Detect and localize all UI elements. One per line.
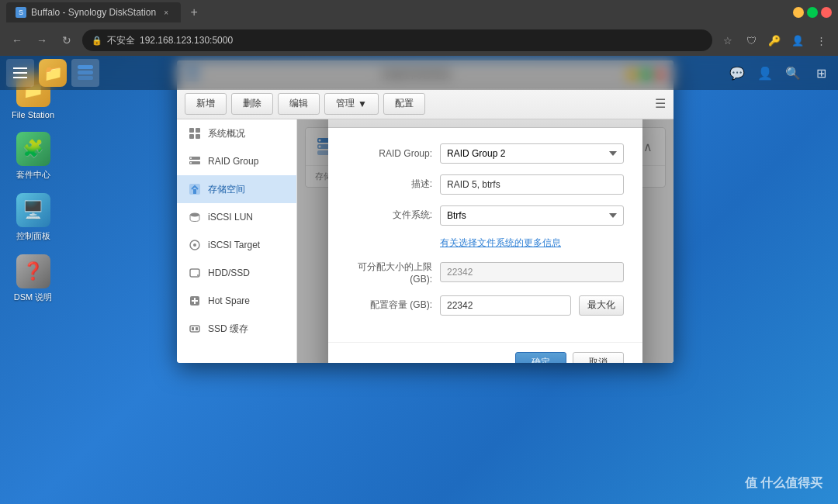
control-panel-icon: 🖥️ bbox=[16, 193, 50, 227]
grid-icon[interactable]: ⊞ bbox=[810, 62, 832, 84]
max-alloc-row: 可分配大小的上限 (GB): bbox=[347, 261, 624, 285]
svg-point-19 bbox=[190, 213, 199, 217]
raid-group-control: RAID Group 2 bbox=[440, 143, 624, 164]
filesystem-row: 文件系统: Btrfs ext4 bbox=[347, 205, 624, 226]
filesystem-info-link[interactable]: 有关选择文件系统的更多信息 bbox=[440, 236, 624, 250]
filesystem-control: Btrfs ext4 bbox=[440, 205, 624, 226]
user-icon[interactable]: 👤 bbox=[754, 62, 776, 84]
description-label: 描述: bbox=[347, 178, 432, 191]
browser-tab[interactable]: S Buffalo - Synology DiskStation × bbox=[6, 2, 181, 22]
delete-btn[interactable]: 删除 bbox=[231, 93, 273, 115]
new-btn[interactable]: 新增 bbox=[185, 93, 227, 115]
sidebar-storage-label: 存储空间 bbox=[208, 183, 245, 196]
sidebar-item-overview[interactable]: 系统概况 bbox=[177, 119, 296, 147]
dsm-main: 存储空间 1 · 正常 RAID 5, btrfs 13.60 TB / 13.… bbox=[297, 119, 674, 363]
alloc-label: 配置容量 (GB): bbox=[347, 299, 432, 312]
edit-btn[interactable]: 编辑 bbox=[278, 93, 320, 115]
taskbar-storage-manager[interactable] bbox=[71, 59, 99, 87]
modal-footer: 确定 取消 bbox=[328, 342, 642, 364]
sidebar-ssd-cache-label: SSD 缓存 bbox=[208, 323, 248, 336]
sidebar-item-hot-spare[interactable]: Hot Spare bbox=[177, 287, 296, 315]
cancel-btn[interactable]: 取消 bbox=[573, 352, 624, 364]
list-view-icon[interactable]: ☰ bbox=[655, 96, 666, 111]
svg-rect-2 bbox=[13, 77, 27, 78]
bookmark-icon[interactable]: ☆ bbox=[719, 31, 737, 50]
browser-chrome: S Buffalo - Synology DiskStation × + ← →… bbox=[0, 0, 838, 56]
svg-rect-27 bbox=[196, 327, 198, 330]
filesystem-select[interactable]: Btrfs ext4 bbox=[440, 205, 624, 226]
dsm-toolbar: 新增 删除 编辑 管理 ▼ 配置 ☰ bbox=[177, 88, 674, 119]
maximize-btn[interactable] bbox=[807, 7, 818, 18]
search-icon[interactable]: 🔍 bbox=[782, 62, 804, 84]
chat-icon[interactable]: 💬 bbox=[726, 62, 748, 84]
suite-center-label: 套件中心 bbox=[16, 169, 50, 181]
control-panel-label: 控制面板 bbox=[16, 230, 50, 242]
address-url: 192.168.123.130:5000 bbox=[140, 35, 233, 46]
hot-spare-icon bbox=[188, 294, 202, 308]
tab-close-btn[interactable]: × bbox=[161, 7, 171, 18]
tab-favicon: S bbox=[16, 7, 26, 18]
description-input[interactable] bbox=[440, 174, 624, 195]
window-controls bbox=[793, 7, 832, 18]
sidebar-hot-spare-label: Hot Spare bbox=[208, 295, 250, 306]
description-row: 描述: bbox=[347, 174, 624, 195]
manage-btn[interactable]: 管理 ▼ bbox=[324, 93, 379, 115]
dsm-content: 系统概况 RAID Group 存储空间 bbox=[177, 119, 674, 363]
raid-group-select[interactable]: RAID Group 2 bbox=[440, 143, 624, 164]
dsm-taskbar: 📁 💬 👤 🔍 ⊞ bbox=[0, 56, 838, 90]
desktop-icons: 📁 File Station 🧩 套件中心 🖥️ 控制面板 ❓ DSM 说明 bbox=[0, 60, 66, 316]
sidebar-hdd-ssd-label: HDD/SSD bbox=[208, 268, 250, 278]
manage-arrow: ▼ bbox=[358, 98, 367, 109]
dsm-menu-btn[interactable] bbox=[6, 59, 34, 87]
svg-rect-9 bbox=[189, 128, 194, 133]
desktop-icon-dsm-help[interactable]: ❓ DSM 说明 bbox=[4, 250, 62, 308]
maximize-alloc-btn[interactable]: 最大化 bbox=[579, 295, 624, 316]
svg-rect-1 bbox=[13, 72, 27, 74]
dsm-sidebar: 系统概况 RAID Group 存储空间 bbox=[177, 119, 297, 363]
tab-title: Buffalo - Synology DiskStation bbox=[31, 7, 156, 18]
back-btn[interactable]: ← bbox=[8, 31, 26, 50]
svg-point-15 bbox=[190, 157, 192, 159]
modal-overlay: 存储空间创建向导 RAID Group: RAID Group 2 bbox=[297, 119, 674, 363]
browser-toolbar: ← → ↻ 🔒 不安全 192.168.123.130:5000 ☆ 🛡 🔑 👤… bbox=[0, 25, 838, 56]
sidebar-overview-label: 系统概况 bbox=[208, 127, 245, 140]
minimize-btn[interactable] bbox=[793, 7, 804, 18]
address-bar[interactable]: 🔒 不安全 192.168.123.130:5000 bbox=[82, 29, 712, 51]
forward-btn[interactable]: → bbox=[33, 31, 51, 50]
dsm-toolbar-right: ☰ bbox=[655, 96, 666, 111]
alloc-input[interactable] bbox=[440, 295, 571, 316]
key-icon[interactable]: 🔑 bbox=[765, 31, 784, 50]
more-icon[interactable]: ⋮ bbox=[812, 31, 830, 50]
filesystem-label: 文件系统: bbox=[347, 209, 432, 222]
raid-group-label: RAID Group: bbox=[347, 148, 432, 159]
sidebar-item-iscsi-lun[interactable]: iSCSI LUN bbox=[177, 203, 296, 231]
svg-rect-0 bbox=[13, 67, 27, 69]
sidebar-item-hdd-ssd[interactable]: HDD/SSD bbox=[177, 259, 296, 287]
alloc-capacity-row: 配置容量 (GB): 最大化 bbox=[347, 295, 624, 316]
address-prefix: 不安全 bbox=[107, 34, 135, 47]
svg-rect-26 bbox=[192, 327, 194, 330]
config-btn[interactable]: 配置 bbox=[383, 93, 425, 115]
modal-dialog: 存储空间创建向导 RAID Group: RAID Group 2 bbox=[328, 119, 642, 363]
new-tab-btn[interactable]: + bbox=[184, 2, 204, 22]
sidebar-raid-group-label: RAID Group bbox=[208, 156, 258, 167]
sidebar-item-raid-group[interactable]: RAID Group bbox=[177, 147, 296, 175]
desktop-icon-control-panel[interactable]: 🖥️ 控制面板 bbox=[4, 188, 62, 247]
sidebar-item-iscsi-target[interactable]: iSCSI Target bbox=[177, 231, 296, 259]
sidebar-item-storage-space[interactable]: 存储空间 bbox=[177, 175, 296, 203]
sidebar-item-ssd-cache[interactable]: SSD 缓存 bbox=[177, 315, 296, 343]
modal-body: RAID Group: RAID Group 2 描述: bbox=[328, 128, 642, 342]
desktop-icon-suite-center[interactable]: 🧩 套件中心 bbox=[4, 127, 62, 185]
modal-titlebar: 存储空间创建向导 bbox=[328, 119, 642, 128]
svg-point-23 bbox=[197, 274, 199, 276]
shield-icon[interactable]: 🛡 bbox=[742, 31, 760, 50]
dsm-window: 存储空间管理员 新增 删除 编辑 管理 ▼ 配置 ☰ bbox=[177, 60, 674, 363]
svg-rect-25 bbox=[190, 326, 199, 332]
ok-btn[interactable]: 确定 bbox=[515, 352, 566, 364]
close-btn[interactable] bbox=[821, 7, 832, 18]
iscsi-target-icon bbox=[188, 238, 202, 252]
taskbar-file-station[interactable]: 📁 bbox=[39, 59, 67, 87]
svg-rect-3 bbox=[78, 65, 93, 69]
refresh-btn[interactable]: ↻ bbox=[57, 31, 76, 50]
profile-icon[interactable]: 👤 bbox=[788, 31, 807, 50]
